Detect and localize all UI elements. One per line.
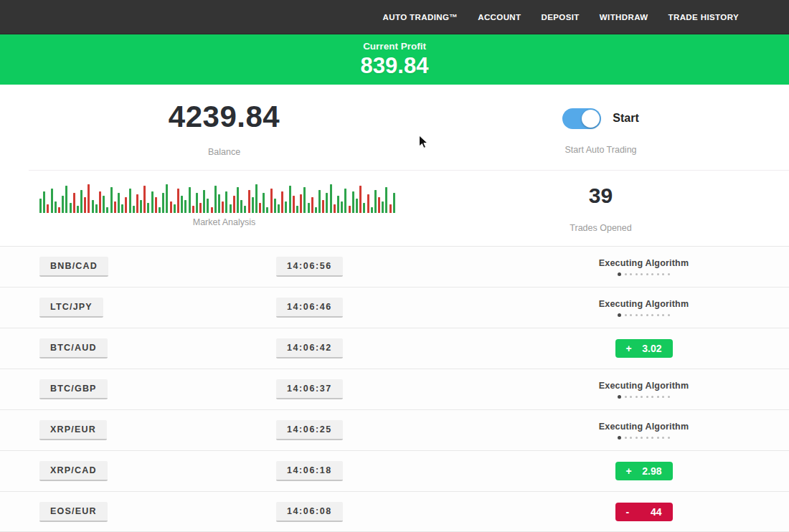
market-bar	[92, 200, 94, 213]
market-bar	[43, 191, 45, 213]
time-chip: 14:06:42	[276, 338, 343, 358]
nav-item-account[interactable]: ACCOUNT	[478, 13, 521, 22]
status-cell: Executing Algorithm	[520, 258, 767, 276]
market-bar	[218, 194, 220, 213]
progress-dot	[651, 314, 653, 316]
status-cell: Executing Algorithm	[520, 381, 767, 399]
market-bar	[118, 193, 120, 213]
market-bar	[80, 190, 82, 213]
progress-dot	[651, 437, 653, 439]
market-bar	[77, 206, 79, 213]
time-chip: 14:06:56	[276, 257, 343, 277]
market-bar	[263, 193, 265, 213]
progress-dot	[662, 273, 664, 275]
nav-item-deposit[interactable]: DEPOSIT	[542, 13, 580, 22]
market-bar	[114, 201, 116, 213]
pair-chip: XRP/EUR	[39, 420, 107, 440]
progress-dot	[668, 314, 670, 316]
progress-dots	[520, 436, 767, 440]
market-row: Market Analysis 39 Trades Opened	[0, 171, 789, 246]
market-bar	[330, 184, 332, 213]
market-bar	[151, 191, 153, 213]
pair-chip: BTC/GBP	[39, 379, 108, 399]
market-bar	[230, 204, 232, 213]
market-bar	[341, 201, 343, 213]
toggle-label: Start	[613, 112, 638, 125]
top-nav: AUTO TRADING™ ACCOUNT DEPOSIT WITHDRAW T…	[0, 0, 789, 34]
market-bar	[170, 201, 172, 213]
progress-dot	[646, 273, 648, 275]
pair-cell: EOS/EUR	[39, 502, 276, 522]
trade-row: LTC/JPY 14:06:46 Executing Algorithm	[0, 287, 789, 328]
trades-list: BNB/CAD 14:06:56 Executing Algorithm LTC…	[0, 246, 789, 532]
progress-dot	[657, 396, 659, 398]
market-bar	[244, 206, 246, 213]
toggle-knob	[582, 110, 600, 128]
market-bar	[382, 201, 384, 213]
auto-trading-page: AUTO TRADING™ ACCOUNT DEPOSIT WITHDRAW T…	[0, 0, 789, 532]
trades-opened-value: 39	[448, 184, 753, 208]
market-bar	[136, 194, 138, 213]
current-profit-value: 839.84	[0, 53, 789, 79]
market-bar	[326, 193, 328, 213]
current-profit-banner: Current Profit 839.84	[0, 34, 789, 85]
time-cell: 14:06:46	[276, 298, 520, 318]
market-bar	[385, 187, 387, 213]
toggle-row: Start	[448, 107, 753, 130]
executing-status-label: Executing Algorithm	[520, 299, 767, 309]
market-bar	[177, 189, 179, 213]
market-bar	[322, 200, 324, 213]
market-bar	[95, 204, 98, 213]
auto-trading-block: Start Start Auto Trading	[448, 100, 753, 170]
progress-dots	[520, 272, 767, 276]
market-bar	[389, 204, 392, 213]
market-bar	[39, 199, 42, 213]
time-cell: 14:06:37	[276, 379, 520, 399]
nav-item-withdraw[interactable]: WITHDRAW	[600, 13, 648, 22]
badge-amount: 2.98	[642, 465, 661, 477]
market-bar	[207, 199, 209, 213]
market-bar	[315, 207, 317, 213]
market-bar	[225, 191, 227, 213]
progress-dot	[668, 437, 670, 439]
progress-dot	[630, 396, 632, 398]
status-cell: +2.98	[520, 462, 767, 480]
nav-item-trade-history[interactable]: TRADE HISTORY	[668, 13, 740, 22]
market-bar	[70, 203, 72, 213]
market-bar	[374, 190, 377, 213]
market-bar	[125, 197, 127, 213]
progress-dot	[641, 396, 643, 398]
market-bar	[84, 197, 86, 213]
progress-dot	[618, 436, 621, 440]
badge-sign: -	[626, 506, 630, 518]
market-bar	[106, 207, 108, 213]
progress-dot	[651, 396, 653, 398]
progress-dot	[625, 437, 627, 439]
market-bar	[166, 184, 168, 213]
market-bar	[237, 187, 239, 213]
loss-badge: -44	[615, 503, 673, 521]
market-bar	[300, 194, 302, 213]
market-bar	[240, 200, 242, 213]
market-bar	[303, 187, 306, 213]
progress-dot	[657, 314, 659, 316]
start-auto-trading-toggle[interactable]	[562, 108, 601, 129]
progress-dot	[662, 437, 664, 439]
progress-dot	[662, 314, 664, 316]
market-bar	[371, 207, 373, 213]
progress-dot	[641, 314, 643, 316]
status-cell: -44	[520, 503, 767, 521]
market-bar	[133, 206, 135, 213]
time-chip: 14:06:46	[276, 298, 343, 318]
pair-cell: BTC/GBP	[39, 379, 276, 399]
progress-dot	[668, 273, 670, 275]
progress-dot	[618, 272, 621, 276]
current-profit-label: Current Profit	[0, 41, 789, 52]
nav-item-auto-trading[interactable]: AUTO TRADING™	[383, 13, 458, 22]
market-bar	[214, 186, 217, 213]
badge-amount: 44	[651, 506, 662, 518]
executing-status-label: Executing Algorithm	[520, 422, 767, 432]
market-bar	[47, 204, 49, 213]
market-bar	[318, 190, 321, 213]
progress-dot	[641, 273, 643, 275]
